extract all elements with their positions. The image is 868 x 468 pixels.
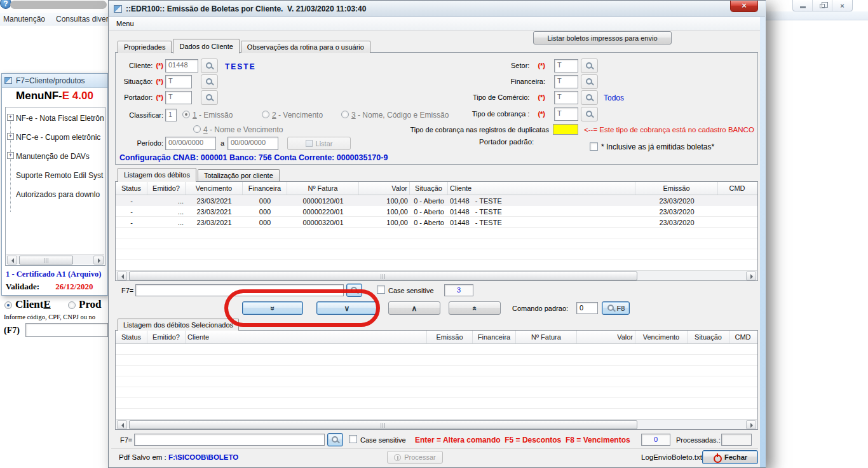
tree-item-autorizados[interactable]: Autorizados para downlo [6, 189, 105, 202]
scroll-thumb[interactable] [19, 256, 73, 265]
tipo-comercio-search-button[interactable] [581, 90, 598, 105]
scroll-left-arrow[interactable] [117, 420, 127, 429]
move-all-up-button[interactable]: « [449, 301, 501, 315]
column-header[interactable]: Emitido? [147, 331, 186, 343]
f7-search2-button[interactable] [327, 433, 343, 446]
processar-button[interactable]: Processar [387, 451, 443, 464]
tab-totalizacao-cliente[interactable]: Totalização por cliente [198, 169, 280, 181]
radio-3-nome-codigo-emissao[interactable] [341, 111, 349, 118]
expand-plus-icon[interactable]: + [7, 133, 14, 140]
column-header[interactable]: Valor [577, 331, 635, 343]
dialog-titlebar[interactable]: ::EDR100:: Emissão de Boletas por Client… [109, 1, 765, 17]
scroll-right-arrow[interactable] [746, 272, 756, 280]
column-header[interactable]: CMD [718, 182, 756, 195]
case-sensitive2-checkbox[interactable] [349, 435, 357, 443]
table-row[interactable]: - ... 23/03/2021 000 00000320/01 100,00 … [116, 217, 757, 228]
radio-4-nome-vencimento[interactable] [193, 125, 201, 133]
column-header[interactable]: Valor [359, 182, 410, 195]
column-header[interactable]: Cliente [448, 182, 635, 195]
radio-1-emissao[interactable] [182, 111, 190, 118]
scroll-thumb[interactable] [129, 272, 637, 280]
radio-cliente[interactable] [4, 301, 12, 309]
radio-2-vencimento[interactable] [262, 111, 269, 118]
radio-cliente-label: ClientE [15, 298, 51, 311]
listar-boletos-button[interactable]: Listar boletos impressos para envio [533, 31, 672, 45]
setor-input[interactable]: T [554, 59, 578, 72]
scroll-right-arrow[interactable] [746, 420, 756, 429]
column-header[interactable]: Vencimento [186, 182, 243, 195]
cliente-input[interactable]: 01448 [165, 59, 198, 72]
column-header[interactable]: Nº Fatura [287, 182, 359, 195]
expand-plus-icon[interactable]: + [7, 114, 14, 121]
tab-propriedades[interactable]: Propriedades [118, 41, 172, 53]
case-sensitive-checkbox[interactable] [377, 286, 385, 294]
left-panel-titlebar[interactable]: F7=Cliente/produtos [2, 74, 107, 88]
comando-f8-button[interactable]: F8 [602, 301, 630, 315]
tree-item-nfce[interactable]: + NFC-e - Cupom eletrônic [6, 132, 105, 144]
comando-padrao-input[interactable]: 0 [576, 302, 598, 314]
situacao-search-button[interactable] [201, 74, 218, 89]
tab-dados-do-cliente[interactable]: Dados do Cliente [173, 39, 239, 53]
tree-item-davs[interactable]: + Manutenção de DAVs [6, 151, 105, 163]
scroll-left-arrow[interactable] [7, 256, 17, 265]
portador-input[interactable]: T [165, 91, 192, 104]
periodo-de-input[interactable]: 00/00/0000 [165, 137, 216, 150]
tipo-cobranca-search-button[interactable] [581, 107, 598, 121]
financeira-search-button[interactable] [581, 74, 598, 89]
financeira-input[interactable]: T [554, 75, 578, 88]
scroll-left-arrow[interactable] [117, 272, 127, 280]
restore-button[interactable] [813, 0, 832, 11]
tree-horizontal-scrollbar[interactable] [6, 254, 104, 265]
situacao-label: Situação: [124, 78, 153, 85]
column-header[interactable]: Situação [688, 331, 729, 343]
column-header[interactable]: Nº Fatura [516, 331, 577, 343]
log-file-link[interactable]: LogEnvioBoleto.txt [641, 453, 702, 461]
scroll-thumb[interactable] [129, 420, 637, 429]
scroll-right-arrow[interactable] [93, 256, 104, 265]
expand-plus-icon[interactable]: + [7, 152, 14, 159]
column-header[interactable]: Situação [410, 182, 448, 195]
inclusive-checkbox[interactable] [590, 142, 598, 151]
tree-item-nfe[interactable]: + NF-e - Nota Fiscal Eletrôn [6, 113, 105, 125]
column-header[interactable]: Status [116, 182, 147, 195]
move-up-button[interactable]: ∧ [388, 301, 440, 315]
tab-listagem-debitos[interactable]: Listagem dos débitos [118, 168, 196, 182]
dialog-close-button[interactable]: × [730, 1, 758, 12]
search-icon [585, 110, 594, 119]
periodo-ate-input[interactable]: 00/00/0000 [227, 137, 278, 150]
column-header[interactable]: Status [116, 331, 147, 343]
column-header[interactable]: Cliente [186, 331, 427, 343]
cliente-search-input[interactable] [25, 323, 108, 337]
tab-observacoes[interactable]: Observações da rotina para o usuário [241, 41, 370, 53]
debits-horizontal-scrollbar[interactable] [116, 270, 757, 280]
column-header[interactable]: Emissão [635, 182, 718, 195]
situacao-input[interactable]: T [165, 75, 192, 88]
menu-item-manutencao[interactable]: Manutenção [3, 13, 45, 25]
cliente-label: Cliente: [129, 62, 153, 69]
classificar-input[interactable]: 1 [165, 109, 177, 121]
fechar-button[interactable]: Fechar [702, 450, 758, 464]
cliente-search-button[interactable] [201, 59, 218, 73]
table-row[interactable]: - ... 23/03/2021 000 00000220/01 100,00 … [116, 206, 757, 217]
tipo-cobranca-input[interactable]: T [554, 107, 578, 121]
column-header[interactable]: Vencimento [635, 331, 688, 343]
setor-search-button[interactable] [581, 59, 598, 73]
comando-padrao-label: Comando padrao: [512, 305, 568, 312]
menu-item-menu[interactable]: Menu [116, 20, 134, 27]
radio-produto[interactable] [68, 301, 76, 309]
column-header[interactable]: Financeira [243, 182, 287, 195]
column-header[interactable]: CMD [729, 331, 756, 343]
menu-item-consultas[interactable]: Consultas divers [56, 13, 112, 25]
portador-search-button[interactable] [201, 90, 218, 105]
selected-horizontal-scrollbar[interactable] [116, 419, 757, 429]
column-header[interactable]: Emitido? [147, 182, 186, 195]
minimize-button[interactable] [793, 0, 813, 11]
tree-item-suporte[interactable]: Suporte Remoto Edil Syst [6, 170, 105, 182]
listar-button[interactable]: Listar [287, 137, 351, 150]
column-header[interactable]: Emissão [427, 331, 473, 343]
column-header[interactable]: Financeira [473, 331, 516, 343]
table-row[interactable]: - ... 23/03/2021 000 00000120/01 100,00 … [116, 195, 757, 206]
close-window-button[interactable]: × [832, 0, 852, 11]
f7-search2-input[interactable] [134, 434, 325, 446]
tipo-comercio-input[interactable]: T [554, 91, 578, 104]
